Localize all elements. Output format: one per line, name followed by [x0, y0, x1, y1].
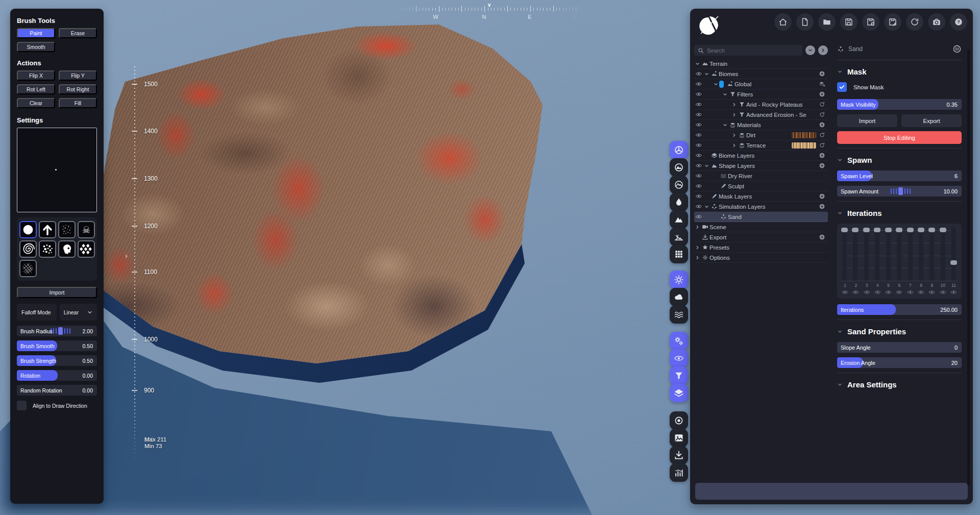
- iteration-slider-track[interactable]: [929, 228, 934, 281]
- mask-visibility-slider[interactable]: Mask Visibility0.35: [837, 99, 962, 110]
- toolbar-grid-button[interactable]: [670, 245, 688, 263]
- plus-circle-icon[interactable]: [819, 193, 825, 200]
- visibility-eye-icon[interactable]: [694, 132, 703, 138]
- visibility-eye-icon[interactable]: [694, 173, 703, 179]
- slope-angle-slider[interactable]: Slope Angle0: [837, 342, 962, 353]
- chev-down-icon[interactable]: [837, 157, 843, 163]
- iteration-slider-handle[interactable]: [852, 228, 859, 232]
- iteration-slider-track[interactable]: [951, 228, 956, 281]
- expander-chevron-closed-icon[interactable]: [731, 112, 738, 117]
- expander-chevron-open-icon[interactable]: [713, 82, 719, 87]
- folder-icon[interactable]: [810, 193, 816, 200]
- pause-circle-icon[interactable]: [952, 44, 962, 54]
- visibility-eye-icon[interactable]: [694, 121, 703, 128]
- expander-chevron-open-icon[interactable]: [703, 163, 710, 168]
- iteration-slider-track[interactable]: [875, 228, 879, 281]
- toolbar-desert-button[interactable]: [670, 228, 688, 246]
- iteration-slider-track[interactable]: [919, 228, 923, 281]
- file-button[interactable]: [796, 13, 814, 31]
- toolbar-funnel-button[interactable]: [670, 366, 688, 385]
- fill-action-button[interactable]: Fill: [59, 98, 97, 108]
- expander-chevron-closed-icon[interactable]: [731, 102, 738, 107]
- tree-row-filters[interactable]: Filters: [694, 89, 828, 100]
- chev-down-icon[interactable]: [837, 382, 843, 387]
- iteration-slider-handle[interactable]: [841, 228, 848, 232]
- expander-chevron-open-icon[interactable]: [703, 204, 710, 209]
- eye-icon[interactable]: [950, 289, 957, 296]
- iteration-slider-track[interactable]: [908, 228, 913, 281]
- eye-icon[interactable]: [907, 289, 914, 296]
- eye-icon[interactable]: [864, 289, 870, 296]
- visibility-eye-icon[interactable]: [694, 91, 703, 97]
- brush-splatter-tile[interactable]: [39, 240, 56, 258]
- refresh-icon[interactable]: [819, 111, 825, 118]
- import-brush-button[interactable]: Import: [17, 287, 97, 298]
- plus-circle-icon[interactable]: [819, 152, 825, 159]
- iteration-slider-handle[interactable]: [940, 228, 946, 232]
- tree-row-arid-rocky-plateaus[interactable]: Arid - Rocky Plateaus: [694, 100, 828, 110]
- align-to-draw-checkbox[interactable]: [17, 401, 27, 410]
- refresh-icon[interactable]: [819, 142, 825, 149]
- tree-row-biomes[interactable]: Biomes: [694, 69, 828, 79]
- visibility-eye-icon[interactable]: [694, 142, 703, 149]
- folder-icon[interactable]: [810, 121, 816, 128]
- toolbar-download-button[interactable]: [670, 446, 688, 464]
- iteration-slider-track[interactable]: [941, 228, 945, 281]
- brush-spiral-tile[interactable]: [19, 240, 37, 258]
- paint-tool-button[interactable]: Paint: [17, 28, 55, 38]
- terrace-gradient-swatch[interactable]: [792, 142, 816, 149]
- iteration-slider-handle[interactable]: [918, 228, 924, 232]
- tree-row-dirt[interactable]: Dirt: [694, 130, 828, 140]
- toolbar-cloud-button[interactable]: [670, 288, 688, 306]
- stop-editing-button[interactable]: Stop Editing: [837, 131, 962, 144]
- tree-row-dry-river[interactable]: Dry River: [694, 171, 828, 181]
- iteration-slider-handle[interactable]: [950, 260, 957, 265]
- layer-search-box[interactable]: [694, 45, 802, 56]
- visibility-eye-icon[interactable]: [694, 193, 703, 200]
- help-button[interactable]: ?: [950, 13, 967, 31]
- expander-chevron-closed-icon[interactable]: [731, 133, 738, 138]
- iteration-slider-handle[interactable]: [885, 228, 892, 232]
- expander-chevron-closed-icon[interactable]: [694, 255, 701, 260]
- brush-diamonds-tile[interactable]: [78, 240, 95, 258]
- expander-chevron-open-icon[interactable]: [703, 71, 710, 77]
- eye-icon[interactable]: [874, 289, 881, 296]
- toolbar-cogs-button[interactable]: [670, 332, 688, 350]
- rot-right-action-button[interactable]: Rot Right: [59, 84, 97, 94]
- properties-scrollbar[interactable]: [967, 50, 970, 486]
- eye-icon[interactable]: [852, 289, 859, 296]
- tree-row-biome-layers[interactable]: Biome Layers: [694, 151, 828, 161]
- folder-icon[interactable]: [810, 152, 816, 159]
- rot-left-action-button[interactable]: Rot Left: [17, 84, 55, 94]
- toolbar-eye-button[interactable]: [670, 349, 688, 367]
- toolbar-view-shaded-button[interactable]: [670, 141, 688, 159]
- expander-chevron-closed-icon[interactable]: [694, 245, 701, 250]
- collapse-all-button[interactable]: [805, 45, 815, 55]
- tree-row-scene[interactable]: Scene: [694, 222, 828, 232]
- chev-down-icon[interactable]: [837, 210, 843, 216]
- save-plus-button[interactable]: [862, 13, 879, 31]
- chev-down-icon[interactable]: [837, 69, 843, 75]
- toolbar-view-ring-button[interactable]: [670, 176, 688, 194]
- expand-next-button[interactable]: [818, 45, 828, 55]
- iteration-slider-handle[interactable]: [907, 228, 914, 232]
- eye-icon[interactable]: [940, 289, 946, 296]
- visibility-eye-icon[interactable]: [694, 183, 703, 189]
- toolbar-waves-button[interactable]: [670, 305, 688, 324]
- plus-circle-icon[interactable]: [819, 91, 825, 97]
- dirt-gradient-swatch[interactable]: [792, 132, 816, 138]
- folder-open-button[interactable]: [818, 13, 836, 31]
- visibility-eye-icon[interactable]: [694, 152, 703, 159]
- visibility-eye-icon[interactable]: [694, 213, 703, 220]
- tree-row-global[interactable]: Global: [694, 79, 828, 89]
- save-edit-button[interactable]: [884, 13, 901, 31]
- plus-circle-icon[interactable]: [819, 203, 825, 210]
- iteration-slider-track[interactable]: [864, 228, 869, 281]
- eye-icon[interactable]: [928, 289, 935, 296]
- iteration-slider-track[interactable]: [842, 228, 847, 281]
- home-button[interactable]: [774, 13, 792, 31]
- spawn-level-slider[interactable]: Spawn Level6: [837, 170, 962, 181]
- iteration-slider-handle[interactable]: [928, 228, 935, 232]
- random-rotation-slider[interactable]: Random Rotation0.00: [17, 385, 97, 396]
- toolbar-record-button[interactable]: [670, 411, 688, 430]
